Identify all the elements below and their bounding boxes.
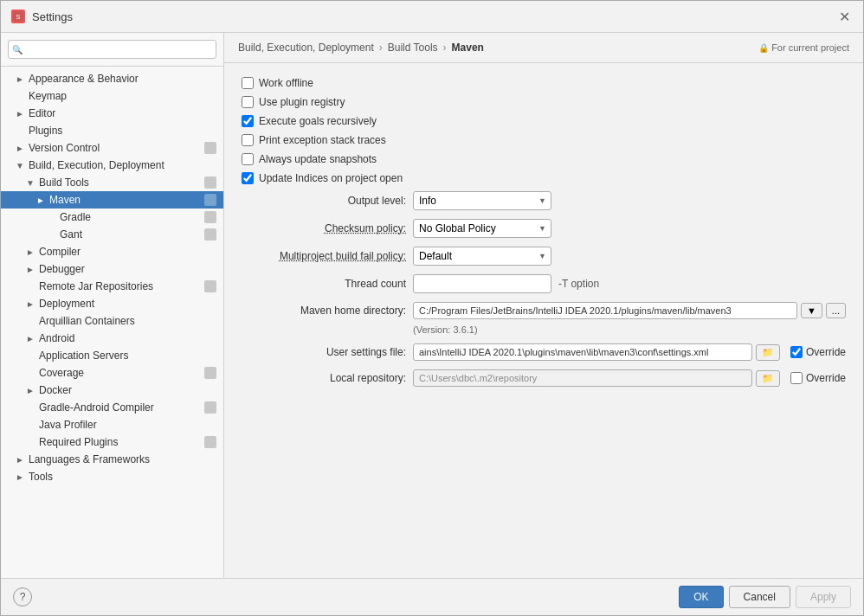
sidebar-item-remote-jar-repositories[interactable]: Remote Jar Repositories <box>1 278 223 295</box>
expand-icon: ► <box>15 472 25 482</box>
sidebar-item-label: Languages & Frameworks <box>29 453 216 465</box>
sidebar-item-tools[interactable]: ► Tools <box>1 468 223 485</box>
sidebar-item-label: Application Servers <box>39 350 216 362</box>
close-button[interactable]: ✕ <box>835 8 853 25</box>
badge-icon <box>204 211 216 223</box>
user-settings-file-browse-btn[interactable]: 📁 <box>756 344 780 361</box>
expand-icon: ► <box>25 386 35 395</box>
badge-icon <box>204 194 216 206</box>
sidebar-item-label: Java Profiler <box>39 419 216 431</box>
user-settings-file-path-row: 📁 <box>413 343 780 361</box>
expand-icon: ► <box>25 299 35 309</box>
user-settings-file-input[interactable] <box>413 343 752 361</box>
sidebar-item-debugger[interactable]: ► Debugger <box>1 260 223 278</box>
search-input[interactable] <box>8 40 216 59</box>
sidebar-item-keymap[interactable]: Keymap <box>1 87 223 105</box>
for-current-project-label: For current project <box>758 42 849 53</box>
local-repository-input[interactable] <box>413 369 752 387</box>
local-repository-override-checkbox[interactable] <box>790 372 803 384</box>
user-settings-override-checkbox[interactable] <box>790 346 803 358</box>
sidebar-item-version-control[interactable]: ► Version Control <box>1 139 223 157</box>
sidebar-item-languages-frameworks[interactable]: ► Languages & Frameworks <box>1 451 223 468</box>
always-update-snapshots-label: Always update snapshots <box>259 153 377 165</box>
sidebar-item-plugins[interactable]: Plugins <box>1 122 223 139</box>
badge-icon <box>204 436 216 448</box>
print-exception-stack-traces-checkbox[interactable] <box>242 134 254 146</box>
sidebar-item-android[interactable]: ► Android <box>1 330 223 347</box>
sidebar-item-compiler[interactable]: ► Compiler <box>1 243 223 260</box>
expand-icon: ▼ <box>15 161 25 170</box>
sidebar-item-build-tools[interactable]: ▼ Build Tools <box>1 174 223 191</box>
badge-icon <box>204 401 216 414</box>
apply-button[interactable]: Apply <box>796 586 851 608</box>
print-exception-stack-traces-row: Print exception stack traces <box>242 134 846 146</box>
use-plugin-registry-row: Use plugin registry <box>242 96 846 108</box>
sidebar-item-editor[interactable]: ► Editor <box>1 105 223 122</box>
multiproject-build-fail-policy-select[interactable]: Default At End Never Fail Fast <box>413 247 551 266</box>
sidebar-item-label: Gradle <box>60 211 201 223</box>
use-plugin-registry-label: Use plugin registry <box>259 96 345 108</box>
sidebar-item-docker[interactable]: ► Docker <box>1 382 223 399</box>
expand-icon: ► <box>15 109 25 119</box>
output-level-select[interactable]: Info Debug Quiet <box>413 191 551 210</box>
checksum-policy-select[interactable]: No Global Policy Fail Warn Ignore <box>413 219 551 238</box>
expand-icon: ► <box>25 247 35 257</box>
local-repository-browse-btn[interactable]: 📁 <box>756 370 780 387</box>
sidebar-item-build-execution-deployment[interactable]: ▼ Build, Execution, Deployment <box>1 157 223 174</box>
multiproject-build-fail-policy-row: Multiproject build fail policy: Default … <box>242 247 846 266</box>
expand-icon: ▼ <box>25 178 35 188</box>
always-update-snapshots-checkbox[interactable] <box>242 153 254 165</box>
maven-home-directory-browse-btn[interactable]: ... <box>826 303 846 318</box>
execute-goals-recursively-checkbox[interactable] <box>242 115 254 127</box>
app-icon: S <box>11 10 25 23</box>
multiproject-build-fail-policy-label: Multiproject build fail policy: <box>242 250 406 262</box>
checksum-policy-select-wrap: No Global Policy Fail Warn Ignore <box>413 219 551 238</box>
sidebar-item-label: Compiler <box>39 246 216 258</box>
sidebar-item-label: Keymap <box>29 90 216 102</box>
breadcrumb-part1: Build, Execution, Deployment <box>238 42 374 54</box>
sidebar-item-required-plugins[interactable]: Required Plugins <box>1 433 223 451</box>
search-wrap <box>8 40 216 59</box>
cancel-button[interactable]: Cancel <box>729 586 790 608</box>
maven-home-directory-dropdown-btn[interactable]: ▼ <box>801 303 822 318</box>
badge-icon <box>204 228 216 241</box>
maven-home-directory-row: Maven home directory: ▼ ... <box>242 302 846 319</box>
sidebar-item-maven[interactable]: ► Maven <box>1 191 223 209</box>
thread-count-suffix: -T option <box>558 278 599 290</box>
sidebar-item-coverage[interactable]: Coverage <box>1 364 223 382</box>
help-button[interactable]: ? <box>13 587 32 606</box>
thread-count-label: Thread count <box>242 278 406 290</box>
print-exception-stack-traces-label: Print exception stack traces <box>259 134 386 146</box>
expand-icon: ► <box>15 455 25 465</box>
maven-home-directory-input[interactable] <box>413 302 797 319</box>
sidebar-item-gant[interactable]: Gant <box>1 226 223 243</box>
sidebar-item-java-profiler[interactable]: Java Profiler <box>1 416 223 433</box>
local-repository-override-label: Override <box>806 372 846 384</box>
maven-home-directory-path-row: ▼ ... <box>413 302 846 319</box>
breadcrumb-part2: Build Tools <box>388 42 438 54</box>
maven-version-text: (Version: 3.6.1) <box>242 324 846 335</box>
always-update-snapshots-row: Always update snapshots <box>242 153 846 165</box>
use-plugin-registry-checkbox[interactable] <box>242 96 254 108</box>
update-indices-checkbox[interactable] <box>242 172 254 184</box>
thread-count-row: Thread count -T option <box>242 274 846 293</box>
ok-button[interactable]: OK <box>679 586 723 608</box>
user-settings-override-wrap: Override <box>790 346 846 358</box>
sidebar-tree: ► Appearance & Behavior Keymap ► Editor … <box>1 67 223 578</box>
thread-count-input[interactable] <box>413 274 551 293</box>
sidebar-item-appearance-behavior[interactable]: ► Appearance & Behavior <box>1 70 223 87</box>
work-offline-label: Work offline <box>259 77 313 89</box>
sidebar-item-gradle[interactable]: Gradle <box>1 209 223 226</box>
user-settings-override-label: Override <box>806 346 846 358</box>
execute-goals-recursively-row: Execute goals recursively <box>242 115 846 127</box>
sidebar-item-arquillian-containers[interactable]: Arquillian Containers <box>1 312 223 330</box>
sidebar-item-application-servers[interactable]: Application Servers <box>1 347 223 364</box>
window-title: Settings <box>32 10 835 23</box>
sidebar-item-gradle-android-compiler[interactable]: Gradle-Android Compiler <box>1 399 223 416</box>
svg-text:S: S <box>16 13 20 21</box>
sidebar-item-deployment[interactable]: ► Deployment <box>1 295 223 312</box>
work-offline-checkbox[interactable] <box>242 77 254 89</box>
expand-icon: ► <box>25 334 35 343</box>
sidebar-item-label: Editor <box>29 107 216 119</box>
local-repository-label: Local repository: <box>242 372 406 384</box>
